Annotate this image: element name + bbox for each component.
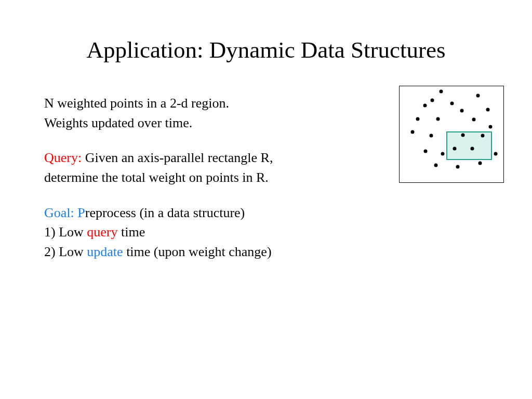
goal-item-2: 2) Low update time (upon weight change) bbox=[44, 242, 366, 262]
points-diagram bbox=[399, 86, 504, 183]
data-point bbox=[430, 134, 433, 138]
query-rectangle bbox=[446, 131, 492, 160]
data-point bbox=[441, 152, 445, 156]
goal-label: Goal: P bbox=[44, 205, 85, 220]
data-point bbox=[411, 130, 415, 134]
slide-body: N weighted points in a 2-d region. Weigh… bbox=[44, 94, 366, 262]
goal-line: Goal: Preprocess (in a data structure) bbox=[44, 203, 366, 223]
data-point bbox=[416, 117, 420, 121]
item2-highlight: update bbox=[87, 244, 123, 259]
query-cont: determine the total weight on points in … bbox=[44, 168, 366, 188]
item1-pre: 1) Low bbox=[44, 224, 87, 240]
item2-post: time (upon weight change) bbox=[123, 244, 272, 259]
goal-item-1: 1) Low query time bbox=[44, 222, 366, 242]
data-point bbox=[423, 104, 427, 108]
item1-post: time bbox=[118, 224, 145, 240]
data-point bbox=[461, 134, 465, 137]
slide-title: Application: Dynamic Data Structures bbox=[0, 36, 532, 63]
goal-text: reprocess (in a data structure) bbox=[85, 205, 245, 220]
data-point bbox=[486, 108, 490, 112]
data-point bbox=[453, 147, 457, 151]
item2-pre: 2) Low bbox=[44, 244, 87, 259]
data-point bbox=[489, 125, 493, 129]
data-point bbox=[476, 94, 480, 98]
data-point bbox=[450, 102, 454, 105]
data-point bbox=[434, 164, 438, 167]
data-point bbox=[471, 147, 474, 151]
data-point bbox=[494, 152, 498, 156]
data-point bbox=[472, 118, 476, 122]
data-point bbox=[436, 117, 440, 121]
query-label: Query: bbox=[44, 150, 82, 165]
data-point bbox=[478, 162, 482, 165]
query-line: Query: Given an axis-parallel rectangle … bbox=[44, 148, 366, 168]
data-point bbox=[456, 165, 460, 169]
data-point bbox=[431, 99, 434, 102]
data-point bbox=[424, 150, 428, 153]
query-text: Given an axis-parallel rectangle R, bbox=[82, 150, 273, 165]
item1-highlight: query bbox=[87, 224, 117, 240]
body-line-2: Weights updated over time. bbox=[44, 113, 366, 133]
body-line-1: N weighted points in a 2-d region. bbox=[44, 94, 366, 113]
data-point bbox=[440, 90, 443, 94]
data-point bbox=[460, 109, 464, 113]
data-point bbox=[481, 134, 485, 138]
